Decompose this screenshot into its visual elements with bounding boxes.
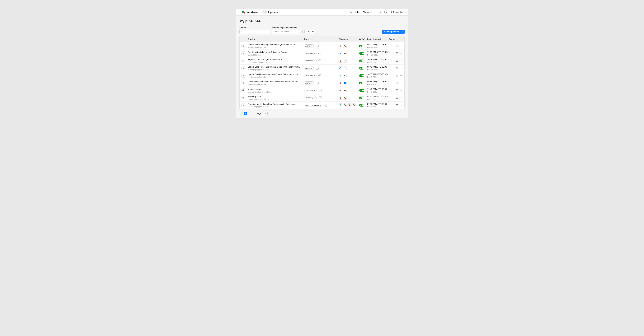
- on-off-toggle[interactable]: [359, 67, 364, 69]
- add-tag-button[interactable]: +: [316, 67, 318, 70]
- settings-icon[interactable]: [396, 104, 398, 106]
- filter-dropdown-toggle[interactable]: [301, 30, 302, 34]
- svg-rect-54: [340, 83, 341, 84]
- page-prev[interactable]: [240, 112, 243, 115]
- channel-quickbase-icon: [338, 89, 342, 92]
- add-tag-button[interactable]: +: [318, 89, 322, 92]
- page-next[interactable]: [248, 112, 251, 115]
- on-off-toggle[interactable]: [359, 82, 364, 84]
- table-row[interactable]: Store job applications from Formstack to…: [240, 101, 404, 109]
- user-menu[interactable]: Hi, Johnny Lee: [390, 11, 406, 13]
- add-tag-button[interactable]: +: [324, 104, 327, 107]
- remove-tag-icon[interactable]: ×: [314, 60, 315, 62]
- create-pipeline-dropdown[interactable]: [401, 30, 404, 34]
- apps-grid-icon[interactable]: [238, 11, 241, 14]
- settings-icon[interactable]: [396, 82, 398, 84]
- notifications-icon[interactable]: [378, 11, 381, 14]
- add-tag-button[interactable]: +: [316, 44, 318, 47]
- remove-tag-icon[interactable]: ×: [314, 52, 315, 54]
- svg-point-2: [265, 11, 266, 12]
- on-off-toggle[interactable]: [359, 74, 364, 77]
- svg-point-30: [401, 60, 401, 61]
- more-actions-icon[interactable]: [400, 89, 402, 92]
- on-off-toggle[interactable]: [359, 96, 364, 99]
- add-tag-button[interactable]: +: [316, 82, 318, 84]
- table-row[interactable]: Inventory audit kwame.boateng@email.com …: [240, 94, 404, 101]
- tag-chip[interactable]: Alerts ×: [304, 44, 314, 47]
- on-off-toggle[interactable]: [359, 89, 364, 92]
- page-current[interactable]: 1: [244, 112, 247, 115]
- svg-rect-36: [345, 68, 346, 68]
- pipeline-type-icon: [242, 74, 245, 77]
- add-tag-button[interactable]: +: [318, 52, 321, 55]
- remove-tag-icon[interactable]: ×: [311, 67, 312, 69]
- more-actions-icon[interactable]: [400, 45, 402, 47]
- settings-icon[interactable]: [396, 96, 398, 99]
- add-tag-button[interactable]: +: [318, 74, 321, 77]
- svg-point-40: [400, 68, 400, 68]
- remove-tag-icon[interactable]: ×: [314, 97, 315, 99]
- more-actions-icon[interactable]: [400, 74, 402, 77]
- filter-input[interactable]: [272, 30, 299, 33]
- remove-tag-icon[interactable]: ×: [311, 45, 312, 47]
- tag-chip[interactable]: Alerts ×: [304, 81, 314, 84]
- tag-chip[interactable]: Inventory ×: [304, 89, 317, 92]
- add-tag-button[interactable]: +: [318, 59, 321, 62]
- table-row[interactable]: Email notification when new Quickbase re…: [240, 79, 404, 87]
- svg-point-52: [402, 75, 402, 76]
- settings-icon[interactable]: [396, 59, 398, 62]
- tag-chip[interactable]: Inventory ×: [304, 96, 317, 99]
- remove-tag-icon[interactable]: ×: [314, 74, 315, 77]
- add-tag-button[interactable]: +: [318, 96, 322, 99]
- table-row[interactable]: Send a Slack message when new Quickbase …: [240, 42, 404, 50]
- svg-point-15: [397, 46, 397, 46]
- clear-all-button[interactable]: Clear all: [304, 30, 316, 34]
- remove-tag-icon[interactable]: ×: [311, 82, 312, 84]
- create-pipeline-button[interactable]: Create pipeline: [382, 30, 401, 34]
- remove-tag-icon[interactable]: ×: [320, 104, 321, 106]
- tag-chip[interactable]: Job applications ×: [304, 104, 322, 107]
- activity-log-link[interactable]: Activity log: [350, 11, 360, 13]
- settings-icon[interactable]: [396, 52, 398, 54]
- settings-icon[interactable]: [396, 45, 398, 47]
- more-actions-icon[interactable]: [400, 67, 402, 69]
- more-actions-icon[interactable]: [400, 82, 402, 84]
- table-row[interactable]: Export a CSV from Quickbase to Box sarah…: [240, 57, 404, 64]
- svg-point-69: [402, 90, 402, 91]
- more-actions-icon[interactable]: [400, 59, 402, 62]
- remove-tag-icon[interactable]: ×: [314, 89, 315, 91]
- brand-logo[interactable]: quickbase: [242, 9, 260, 15]
- page-input[interactable]: [263, 112, 268, 115]
- channels-link[interactable]: Channels: [362, 11, 372, 13]
- svg-point-28: [397, 60, 397, 61]
- last-triggered-time: 10:58 AM (UTC-05:00): [367, 58, 389, 61]
- settings-icon[interactable]: [396, 67, 398, 69]
- on-off-toggle[interactable]: [359, 59, 364, 62]
- tag-chip[interactable]: Workflow ×: [304, 52, 317, 55]
- search-input-wrapper[interactable]: [240, 30, 270, 34]
- table-row[interactable]: Update Quickbase when new Google Sheet r…: [240, 72, 404, 79]
- help-icon[interactable]: [384, 11, 387, 14]
- pipelines-icon: [262, 10, 267, 14]
- settings-icon[interactable]: [396, 74, 398, 77]
- filter-input-wrapper[interactable]: [272, 30, 302, 34]
- svg-point-90: [400, 105, 400, 106]
- tag-chip[interactable]: Workflow ×: [304, 59, 317, 62]
- tag-chip[interactable]: Alerts ×: [304, 67, 314, 70]
- search-input[interactable]: [242, 30, 269, 33]
- svg-point-21: [397, 53, 397, 54]
- more-actions-icon[interactable]: [400, 104, 402, 106]
- filter-search-icon[interactable]: [299, 30, 301, 34]
- on-off-toggle[interactable]: [359, 52, 364, 55]
- settings-icon[interactable]: [396, 89, 398, 92]
- on-off-toggle[interactable]: [359, 45, 364, 47]
- more-actions-icon[interactable]: [400, 52, 402, 54]
- more-actions-icon[interactable]: [400, 96, 402, 99]
- pipeline-owner: david.nguyen@email.com: [248, 69, 304, 71]
- table-row[interactable]: Send a Slack message when a Google Calen…: [240, 64, 404, 72]
- on-off-toggle[interactable]: [359, 104, 364, 106]
- svg-point-77: [401, 97, 401, 98]
- table-row[interactable]: Vendor re-order amara.chowdhury@email.co…: [240, 87, 404, 94]
- tag-chip[interactable]: Workflow ×: [304, 74, 317, 77]
- table-row[interactable]: Create a Jira ticket from Quickbase Form…: [240, 50, 404, 57]
